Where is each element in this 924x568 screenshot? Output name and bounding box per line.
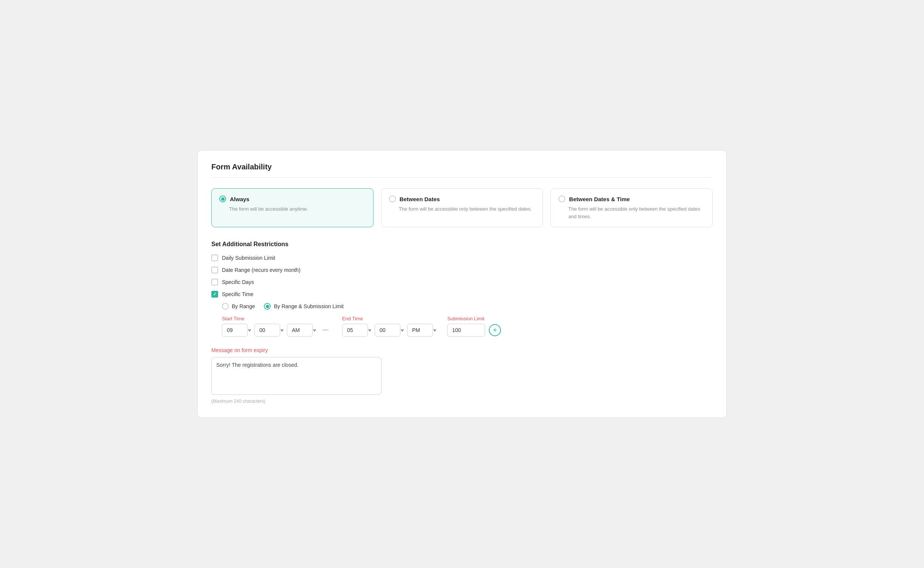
radio-between-dates[interactable] — [389, 196, 396, 202]
chevron-down-icon — [433, 328, 437, 332]
start-time-label: Start Time — [222, 316, 332, 321]
option-between-dates-time-desc: The form will be accessible only between… — [568, 205, 705, 220]
option-between-dates-time[interactable]: Between Dates & Time The form will be ac… — [550, 188, 713, 227]
end-time-label: End Time — [342, 316, 437, 321]
char-limit-note: (Maximum 240 characters) — [211, 399, 713, 404]
option-always-desc: The form will be accessible anytime. — [229, 205, 366, 213]
end-time-group: End Time 05 00 — [342, 316, 437, 337]
option-between-dates-title: Between Dates — [400, 196, 440, 202]
start-hour-wrap: 09 — [222, 324, 251, 337]
checkbox-date-range[interactable] — [211, 267, 218, 273]
start-time-group: Start Time 09 00 — [222, 316, 332, 337]
option-between-dates-time-title: Between Dates & Time — [569, 196, 630, 202]
sub-option-by-range[interactable]: By Range — [222, 303, 255, 310]
sub-option-by-range-limit-label: By Range & Submission Limit — [274, 303, 343, 309]
radio-by-range[interactable] — [222, 303, 229, 310]
start-ampm-select[interactable]: AM PM — [287, 324, 313, 337]
option-between-dates-desc: The form will be accessible only between… — [399, 205, 535, 213]
option-always[interactable]: Always The form will be accessible anyti… — [211, 188, 374, 227]
end-hour-wrap: 05 — [342, 324, 372, 337]
section-title: Set Additional Restrictions — [211, 241, 713, 248]
checkbox-specific-days[interactable] — [211, 279, 218, 286]
restriction-daily-limit-label: Daily Submission Limit — [222, 255, 275, 261]
add-submission-button[interactable]: + — [489, 324, 501, 336]
form-availability-card: Form Availability Always The form will b… — [197, 150, 727, 418]
start-minute-wrap: 00 — [254, 324, 284, 337]
end-minute-select[interactable]: 00 — [375, 324, 400, 337]
start-ampm-wrap: AM PM — [287, 324, 316, 337]
sub-option-by-range-label: By Range — [232, 303, 255, 309]
option-always-title: Always — [230, 196, 250, 202]
restriction-date-range-label: Date Range (recurs every month) — [222, 267, 301, 273]
specific-time-sub-options: By Range By Range & Submission Limit — [222, 303, 713, 310]
chevron-down-icon — [368, 328, 372, 332]
option-between-dates[interactable]: Between Dates The form will be accessibl… — [381, 188, 543, 227]
submission-limit-input[interactable] — [447, 324, 485, 337]
end-ampm-wrap: AM PM — [407, 324, 437, 337]
restriction-date-range: Date Range (recurs every month) — [211, 267, 713, 273]
radio-always[interactable] — [219, 196, 226, 202]
expiry-section: Message on form expiry Sorry! The regist… — [211, 347, 713, 404]
submission-limit-label: Submission Limit — [447, 316, 501, 321]
restriction-specific-time: Specific Time — [211, 291, 713, 298]
additional-restrictions-section: Set Additional Restrictions Daily Submis… — [211, 241, 713, 337]
start-hour-select[interactable]: 09 — [222, 324, 248, 337]
checkbox-specific-time[interactable] — [211, 291, 218, 298]
radio-between-dates-time[interactable] — [558, 196, 565, 202]
end-minute-wrap: 00 — [375, 324, 404, 337]
checkbox-daily-limit[interactable] — [211, 255, 218, 261]
chevron-down-icon — [280, 328, 284, 332]
end-hour-select[interactable]: 05 — [342, 324, 368, 337]
chevron-down-icon — [400, 328, 404, 332]
expiry-label: Message on form expiry — [211, 347, 713, 353]
submission-limit-group: Submission Limit + — [447, 316, 501, 337]
start-minute-select[interactable]: 00 — [254, 324, 280, 337]
chevron-down-icon — [313, 328, 316, 332]
dash-separator: — — [322, 326, 329, 334]
restriction-specific-days-label: Specific Days — [222, 279, 254, 285]
sub-option-by-range-limit[interactable]: By Range & Submission Limit — [264, 303, 343, 310]
time-submission-row: Start Time 09 00 — [222, 316, 713, 337]
end-ampm-select[interactable]: AM PM — [407, 324, 433, 337]
restriction-specific-days: Specific Days — [211, 279, 713, 286]
restriction-daily-limit: Daily Submission Limit — [211, 255, 713, 261]
card-title: Form Availability — [211, 163, 713, 178]
restriction-specific-time-label: Specific Time — [222, 291, 253, 297]
radio-by-range-limit[interactable] — [264, 303, 271, 310]
availability-options: Always The form will be accessible anyti… — [211, 188, 713, 227]
expiry-message-textarea[interactable]: Sorry! The registrations are closed. — [211, 357, 381, 395]
chevron-down-icon — [248, 328, 251, 332]
